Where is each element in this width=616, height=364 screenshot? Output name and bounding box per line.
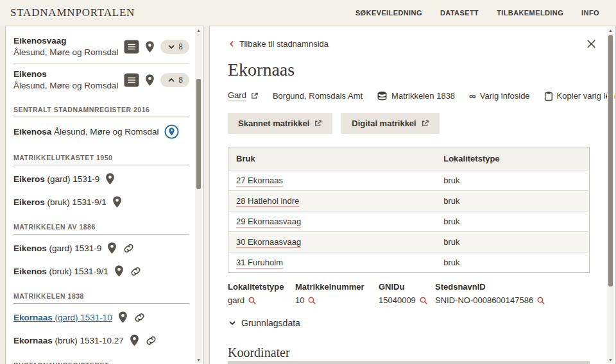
bruk-link[interactable]: 27 Ekornaas <box>236 176 283 186</box>
table-row: 27 Ekornaasbruk <box>228 170 590 191</box>
map-pin-icon[interactable] <box>114 265 124 277</box>
main-scrollbar-thumb[interactable] <box>608 35 613 286</box>
app-window: STADNAMNPORTALEN SØKEVEILEDNINGDATASETTT… <box>0 0 616 364</box>
table-header-row: BrukLokalitetstype <box>228 147 590 170</box>
main-scrollbar[interactable]: ▲ ▼ <box>607 28 614 363</box>
top-nav: SØKEVEILEDNINGDATASETTTILBAKEMELDINGINFO <box>355 9 599 17</box>
permanent-infopage-link[interactable]: ∞ Varig infoside <box>469 91 530 101</box>
table-row: 30 Ekornaasvaagbruk <box>228 232 590 252</box>
map-pin-icon[interactable] <box>144 74 155 87</box>
matrikkel-button[interactable]: Digital matrikkel <box>341 113 439 134</box>
list-view-icon[interactable] <box>124 40 139 54</box>
permalink-icon[interactable] <box>145 335 157 347</box>
map-pin-circle-icon[interactable] <box>164 124 179 139</box>
field-value: 15040009 <box>379 295 428 305</box>
sidebar-scrollbar-thumb[interactable] <box>196 79 201 189</box>
top-bar: STADNAMNPORTALEN SØKEVEILEDNINGDATASETTT… <box>0 0 616 26</box>
close-button[interactable] <box>586 39 596 49</box>
chevron-up-icon <box>167 76 176 85</box>
map-pin-icon[interactable] <box>105 172 116 185</box>
search-icon[interactable] <box>536 296 545 305</box>
lokalitetstype-cell: bruk <box>436 170 589 191</box>
result-actions: 8 <box>124 40 189 54</box>
search-icon[interactable] <box>248 296 257 305</box>
map-pin-icon[interactable] <box>129 334 140 347</box>
sidebar-entry: Ekornaas (gard) 1531-10 <box>13 306 189 329</box>
copy-permanent-link[interactable]: Kopier varig lenke <box>544 91 616 101</box>
place-link[interactable]: Eikenosa Ålesund, Møre og Romsdal <box>13 127 159 136</box>
field-value: SNID-NO-0008600147586 <box>435 295 545 305</box>
expand-toggle-button[interactable]: 8 <box>160 40 189 54</box>
top-nav-item[interactable]: DATASETT <box>440 9 479 17</box>
table-column-header: Lokalitetstype <box>436 147 589 170</box>
sidebar-panel: EikenosvaagÅlesund, Møre og Romsdal8Eike… <box>5 26 204 364</box>
search-icon[interactable] <box>419 296 428 305</box>
sidebar-entry: Eikenos (gard) 1531-9 <box>13 236 189 260</box>
bruk-cell: 28 Hatlehol indre <box>228 191 436 211</box>
field-value: 10 <box>295 295 316 305</box>
field-value-text: SNID-NO-0008600147586 <box>435 295 533 305</box>
detail-field: StedsnavnIDSNID-NO-0008600147586 <box>435 282 545 305</box>
scroll-down-icon[interactable]: ▼ <box>195 358 202 362</box>
grunnlagsdata-toggle[interactable]: Grunnlagsdata <box>228 318 300 328</box>
place-link[interactable]: Eikenos (bruk) 1531-9/1 <box>13 267 108 276</box>
scroll-up-icon[interactable]: ▲ <box>607 28 614 33</box>
map-pin-icon[interactable] <box>144 40 155 53</box>
lokalitetstype-cell: bruk <box>436 191 589 211</box>
permalink-icon[interactable] <box>133 311 146 324</box>
permalink-icon[interactable] <box>123 242 135 254</box>
sidebar-section-heading: SENTRALT STADNAMNREGISTER 2016 <box>13 106 189 117</box>
result-name: Eikenosvaag <box>13 36 119 46</box>
detail-field: Matrikkelnummer10 <box>295 282 379 305</box>
locality-type-link[interactable]: Gard <box>228 90 259 101</box>
place-link[interactable]: Ekornaas (bruk) 1531-10.27 <box>13 336 124 345</box>
result-text: EikenosvaagÅlesund, Møre og Romsdal <box>13 36 119 57</box>
field-label: StedsnavnID <box>435 282 545 292</box>
search-result-row: EikenosÅlesund, Møre og Romsdal8 <box>13 63 189 96</box>
action-buttons: Skannet matrikkelDigital matrikkel <box>228 113 590 134</box>
button-label: Skannet matrikkel <box>238 119 309 128</box>
search-icon[interactable] <box>307 296 316 305</box>
map-pin-icon[interactable] <box>107 242 117 254</box>
lokalitetstype-cell: bruk <box>436 232 589 252</box>
place-link[interactable]: Eikeros (gard) 1531-9 <box>13 174 99 184</box>
list-view-icon[interactable] <box>124 73 139 87</box>
map-pin-icon[interactable] <box>117 311 128 324</box>
top-nav-item[interactable]: SØKEVEILEDNING <box>355 9 422 17</box>
result-name: Eikenos <box>13 69 119 79</box>
bruk-link[interactable]: 29 Ekornaasvaag <box>236 217 301 228</box>
place-link[interactable]: Ekornaas (gard) 1531-10 <box>13 313 112 322</box>
map-pin-icon[interactable] <box>112 195 123 208</box>
field-value: gard <box>228 295 257 305</box>
top-nav-item[interactable]: TILBAKEMELDING <box>497 9 563 17</box>
place-link[interactable]: Eikenos (gard) 1531-9 <box>13 244 101 253</box>
sidebar-section-heading: MATRIKKELUTKASTET 1950 <box>13 154 189 165</box>
top-nav-item[interactable]: INFO <box>581 9 599 17</box>
back-link[interactable]: Tilbake til stadnamnsida <box>228 39 329 49</box>
table-row: 29 Ekornaasvaagbruk <box>228 211 590 232</box>
sidebar-section-heading: MATRIKKELEN 1838 <box>13 292 189 304</box>
bruk-link[interactable]: 31 Furuholm <box>236 258 283 269</box>
table-row: 31 Furuholmbruk <box>228 252 590 273</box>
bruk-link[interactable]: 30 Ekornaasvaag <box>236 237 301 248</box>
scroll-up-icon[interactable]: ▲ <box>195 28 202 33</box>
bruk-cell: 27 Ekornaas <box>228 170 436 191</box>
result-location: Ålesund, Møre og Romsdal <box>13 47 119 57</box>
meta-row: Gard Borgund, Romsdals Amt Matrikkelen 1… <box>228 90 590 101</box>
external-link-icon <box>421 119 429 128</box>
result-count: 8 <box>178 42 183 51</box>
matrikkel-button[interactable]: Skannet matrikkel <box>228 113 332 134</box>
bruk-link[interactable]: 28 Hatlehol indre <box>236 196 299 207</box>
expand-toggle-button[interactable]: 8 <box>160 73 189 87</box>
field-value-text: 10 <box>295 295 304 305</box>
detail-field: GNIDu15040009 <box>379 282 435 305</box>
permalink-icon[interactable] <box>130 265 142 277</box>
bruk-cell: 29 Ekornaasvaag <box>228 211 436 232</box>
brand-logo[interactable]: STADNAMNPORTALEN <box>10 6 135 19</box>
table-column-header: Bruk <box>228 147 436 170</box>
page-title: Ekornaas <box>228 60 590 80</box>
sidebar-scrollbar[interactable]: ▲ ▼ <box>195 28 202 363</box>
place-link[interactable]: Eikeros (bruk) 1531-9/1 <box>13 197 107 207</box>
scroll-down-icon[interactable]: ▼ <box>607 358 614 362</box>
field-value-text: gard <box>228 295 244 305</box>
